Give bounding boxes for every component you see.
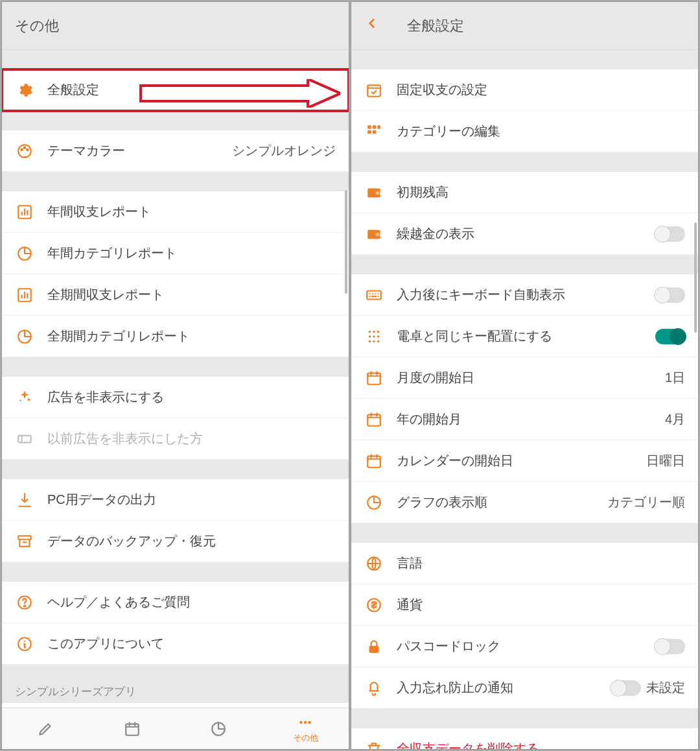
all-balance-report-item[interactable]: 全期間収支レポート <box>2 274 349 316</box>
svg-point-18 <box>299 721 302 723</box>
svg-rect-27 <box>368 125 371 128</box>
right-content[interactable]: 固定収支の設定カテゴリーの編集初期残高繰越金の表示入力後にキーボード自動表示電卓… <box>351 50 698 749</box>
svg-point-19 <box>304 721 307 723</box>
currency-item[interactable]: 通貨 <box>351 584 698 626</box>
svg-point-47 <box>377 340 379 342</box>
barchart-icon <box>15 202 34 222</box>
ticket-icon <box>15 429 34 449</box>
annual-category-report-label: 年間カテゴリレポート <box>47 244 336 262</box>
pc-export-item[interactable]: PC用データの出力 <box>2 479 349 521</box>
auto-keyboard-label: 入力後にキーボード自動表示 <box>397 286 649 304</box>
auto-keyboard-item[interactable]: 入力後にキーボード自動表示 <box>351 274 698 316</box>
theme-color-item[interactable]: テーマカラーシンプルオレンジ <box>2 130 349 172</box>
piechartline-icon <box>15 327 34 346</box>
right-header-title: 全般設定 <box>407 16 464 36</box>
graph-order-label: グラフの表示順 <box>397 494 602 511</box>
svg-rect-30 <box>368 130 371 133</box>
svg-rect-26 <box>368 85 380 96</box>
wallet-icon <box>364 224 384 244</box>
fixed-inout-item[interactable]: 固定収支の設定 <box>351 69 698 111</box>
passcode-label: パスコードロック <box>397 638 649 655</box>
sparkle-icon <box>15 388 34 407</box>
calendar-icon <box>364 451 384 471</box>
about-item[interactable]: このアプリについて <box>2 623 349 665</box>
calcheck-icon <box>364 80 384 100</box>
pc-export-label: PC用データの出力 <box>47 491 336 508</box>
hide-ads-label: 広告を非表示にする <box>47 388 336 406</box>
calendar-icon <box>364 368 384 388</box>
svg-rect-29 <box>377 125 380 128</box>
svg-point-45 <box>369 340 371 342</box>
passcode-item[interactable]: パスコードロック <box>351 626 698 667</box>
prev-hide-ads-label: 以前広告を非表示にした方 <box>47 430 336 447</box>
svg-rect-31 <box>373 130 376 133</box>
keypad-icon <box>364 327 384 346</box>
month-start-item[interactable]: 月度の開始日1日 <box>351 357 698 399</box>
nav-calendar[interactable] <box>89 708 176 749</box>
scrollbar[interactable] <box>345 190 347 294</box>
svg-rect-17 <box>126 724 139 735</box>
info-icon <box>15 634 34 654</box>
help-item[interactable]: ヘルプ／よくあるご質問 <box>2 582 349 623</box>
right-pane: 全般設定 固定収支の設定カテゴリーの編集初期残高繰越金の表示入力後にキーボード自… <box>351 1 699 750</box>
nav-report[interactable] <box>176 708 262 749</box>
calc-layout-toggle[interactable] <box>655 329 685 344</box>
language-item[interactable]: 言語 <box>351 543 698 584</box>
carryover-toggle[interactable] <box>655 226 685 242</box>
calc-layout-item[interactable]: 電卓と同じキー配置にする <box>351 316 698 357</box>
graph-order-value: カテゴリー順 <box>607 494 685 511</box>
help-icon <box>15 593 34 612</box>
left-header-title: その他 <box>15 16 59 36</box>
delete-all-label: 全収支データを削除する <box>397 740 685 749</box>
svg-point-37 <box>377 233 379 235</box>
barchart-icon <box>15 285 34 305</box>
general-settings-item[interactable]: 全般設定 <box>2 69 349 111</box>
week-start-label: カレンダーの開始日 <box>397 452 641 470</box>
reminder-label: 入力忘れ防止の通知 <box>397 679 605 697</box>
left-header: その他 <box>2 2 349 50</box>
carryover-label: 繰越金の表示 <box>397 225 649 243</box>
week-start-item[interactable]: カレンダーの開始日日曜日 <box>351 440 698 482</box>
auto-keyboard-toggle[interactable] <box>655 287 685 303</box>
prev-hide-ads-item[interactable]: 以前広告を非表示にした方 <box>2 418 349 460</box>
all-balance-report-label: 全期間収支レポート <box>47 286 336 304</box>
edit-category-label: カテゴリーの編集 <box>397 123 685 140</box>
currency-icon <box>364 595 384 615</box>
gear-icon <box>15 80 34 100</box>
svg-point-43 <box>373 335 375 337</box>
nav-other-label: その他 <box>293 732 318 744</box>
delete-all-item[interactable]: 全収支データを削除する <box>351 728 698 749</box>
backup-restore-item[interactable]: データのバックアップ・復元 <box>2 521 349 562</box>
piechartline-icon <box>15 244 34 263</box>
pie-icon <box>210 721 227 737</box>
svg-point-20 <box>308 721 310 723</box>
annual-category-report-item[interactable]: 年間カテゴリレポート <box>2 233 349 274</box>
left-content[interactable]: 全般設定テーマカラーシンプルオレンジ年間収支レポート年間カテゴリレポート全期間収… <box>2 50 349 708</box>
annual-balance-report-item[interactable]: 年間収支レポート <box>2 191 349 233</box>
series-app-item[interactable] <box>2 703 349 708</box>
lock-icon <box>364 637 384 656</box>
carryover-item[interactable]: 繰越金の表示 <box>351 213 698 255</box>
wallet-icon <box>364 183 384 202</box>
hide-ads-item[interactable]: 広告を非表示にする <box>2 377 349 418</box>
nav-input[interactable] <box>2 708 89 749</box>
svg-rect-49 <box>368 414 380 425</box>
edit-category-item[interactable]: カテゴリーの編集 <box>351 111 698 152</box>
svg-point-44 <box>377 335 379 337</box>
all-category-report-item[interactable]: 全期間カテゴリレポート <box>2 316 349 357</box>
graph-order-item[interactable]: グラフの表示順カテゴリー順 <box>351 482 698 523</box>
reminder-toggle[interactable] <box>611 680 641 696</box>
globe-icon <box>364 554 384 573</box>
year-start-item[interactable]: 年の開始月4月 <box>351 399 698 440</box>
week-start-value: 日曜日 <box>646 452 685 470</box>
trash-icon <box>364 739 384 750</box>
back-button[interactable] <box>364 15 381 36</box>
about-label: このアプリについて <box>47 635 336 652</box>
initial-balance-item[interactable]: 初期残高 <box>351 172 698 213</box>
nav-other[interactable]: その他 <box>262 708 349 749</box>
passcode-toggle[interactable] <box>655 639 685 654</box>
download-icon <box>15 490 34 510</box>
reminder-item[interactable]: 入力忘れ防止の通知未設定 <box>351 667 698 709</box>
language-label: 言語 <box>397 554 685 572</box>
scrollbar[interactable] <box>694 222 697 333</box>
